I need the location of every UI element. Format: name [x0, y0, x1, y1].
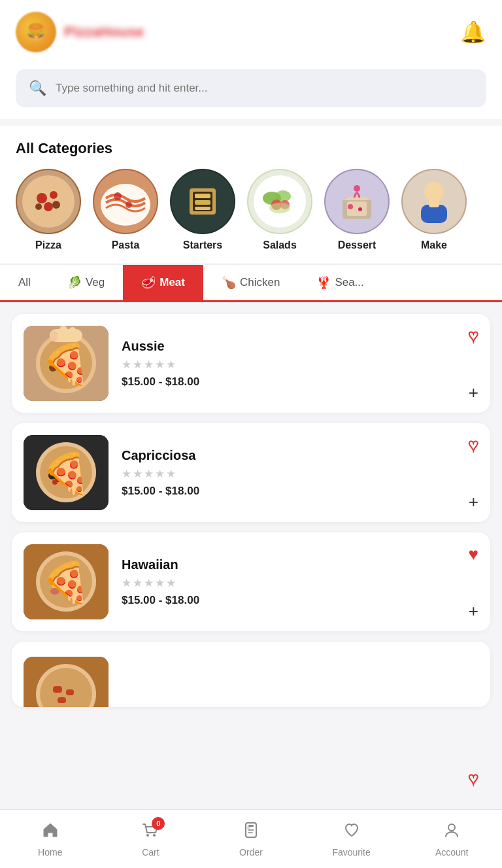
filter-tab-seafood-label: Sea...	[335, 276, 363, 289]
favourite-button-aussie[interactable]: ♥	[469, 326, 478, 346]
product-name-capricciosa: Capricciosa	[122, 448, 478, 463]
product-card-aussie: Aussie ★★★★★ $15.00 - $18.00 ♥ +	[12, 314, 490, 413]
order-icon	[242, 821, 260, 844]
svg-point-54	[69, 466, 80, 476]
svg-rect-32	[421, 205, 447, 223]
chicken-emoji: 🍗	[222, 275, 236, 290]
nav-item-order[interactable]: Order	[201, 810, 301, 868]
svg-point-39	[66, 350, 75, 359]
nav-label-favourite: Favourite	[332, 847, 370, 858]
svg-point-2	[37, 193, 47, 203]
category-label-pasta: Pasta	[112, 239, 140, 251]
svg-point-4	[44, 202, 53, 211]
filter-tab-all[interactable]: All	[0, 265, 49, 300]
category-item-pasta[interactable]: Pasta	[93, 169, 158, 251]
svg-point-66	[59, 582, 69, 592]
nav-label-home: Home	[38, 847, 62, 858]
seafood-emoji: 🦞	[316, 275, 331, 290]
svg-point-55	[55, 473, 64, 482]
svg-point-23	[269, 203, 290, 213]
category-item-pizza[interactable]: Pizza	[16, 169, 81, 251]
filter-tabs: All 🥬 Veg 🥩 Meat 🍗 Chicken 🦞 Sea...	[0, 264, 502, 302]
search-container: 🔍	[16, 69, 486, 107]
nav-item-favourite[interactable]: Favourite	[301, 810, 402, 868]
salads-svg	[247, 169, 312, 234]
category-item-starters[interactable]: Starters	[170, 169, 235, 251]
svg-point-57	[48, 472, 56, 479]
svg-point-79	[146, 834, 149, 837]
logo-area: 🍔 PizzaHouse	[16, 12, 144, 52]
add-button-hawaiian[interactable]: +	[469, 602, 478, 619]
add-button-aussie[interactable]: +	[469, 384, 478, 401]
product-price-aussie: $15.00 - $18.00	[122, 375, 478, 389]
product-price-hawaiian: $15.00 - $18.00	[122, 594, 478, 607]
svg-rect-76	[53, 686, 62, 693]
filter-tab-chicken[interactable]: 🍗 Chicken	[203, 265, 298, 300]
filter-tab-seafood[interactable]: 🦞 Sea...	[298, 265, 382, 300]
svg-rect-46	[59, 326, 67, 339]
categories-title: All Categories	[16, 140, 486, 157]
svg-point-62	[36, 551, 96, 612]
partial-pizza-svg	[24, 657, 109, 708]
svg-point-53	[60, 458, 72, 470]
product-stars-hawaiian: ★★★★★	[122, 576, 478, 590]
category-item-dessert[interactable]: Dessert	[324, 169, 390, 251]
pasta-svg	[93, 169, 158, 234]
svg-point-80	[153, 834, 156, 837]
svg-point-28	[348, 204, 353, 209]
filter-tab-meat[interactable]: 🥩 Meat	[123, 265, 203, 300]
svg-point-40	[60, 363, 71, 373]
product-info-capricciosa: Capricciosa ★★★★★ $15.00 - $18.00	[119, 448, 478, 498]
svg-rect-77	[66, 689, 74, 695]
category-item-make[interactable]: Make	[401, 169, 467, 251]
svg-rect-48	[51, 331, 58, 341]
svg-point-72	[50, 588, 59, 595]
home-icon	[41, 821, 59, 844]
bottom-nav: Home 0 Cart Order	[0, 809, 502, 868]
svg-point-6	[52, 201, 60, 209]
nav-item-account[interactable]: Account	[401, 810, 502, 868]
svg-rect-67	[59, 577, 67, 582]
category-label-make: Make	[421, 239, 447, 251]
favourite-button-hawaiian[interactable]: ♥	[469, 544, 478, 564]
nav-label-cart: Cart	[142, 847, 159, 858]
nav-item-home[interactable]: Home	[0, 810, 101, 868]
add-button-capricciosa[interactable]: +	[469, 493, 478, 510]
svg-point-1	[22, 175, 75, 228]
svg-rect-83	[247, 826, 250, 829]
nav-item-cart[interactable]: 0 Cart	[101, 810, 201, 868]
svg-point-5	[35, 203, 42, 210]
notification-bell-icon[interactable]: 🔔	[460, 20, 486, 44]
filter-tab-veg[interactable]: 🥬 Veg	[49, 265, 123, 300]
pizza-svg	[16, 169, 81, 234]
search-section: 🔍	[0, 61, 502, 119]
product-image-hawaiian	[24, 544, 109, 619]
product-image-capricciosa	[24, 435, 109, 510]
svg-point-63	[40, 555, 92, 608]
make-svg	[401, 169, 467, 234]
svg-point-9	[114, 192, 122, 200]
favourite-button-capricciosa[interactable]: ♥	[469, 435, 478, 455]
cart-badge: 0	[152, 817, 165, 830]
svg-point-37	[40, 337, 92, 389]
svg-point-52	[51, 462, 61, 473]
svg-rect-16	[195, 207, 210, 210]
cart-icon: 0	[141, 821, 159, 844]
nav-label-order: Order	[239, 847, 263, 858]
svg-point-56	[65, 474, 76, 485]
filter-tab-chicken-label: Chicken	[240, 276, 280, 289]
header: 🍔 PizzaHouse 🔔	[0, 0, 502, 61]
search-input[interactable]	[56, 82, 473, 95]
product-card-partial: ♥	[12, 642, 490, 707]
dessert-svg	[324, 169, 390, 234]
svg-point-27	[354, 185, 360, 192]
svg-point-71	[68, 574, 78, 582]
svg-point-50	[36, 442, 96, 502]
category-image-salads	[247, 169, 312, 234]
svg-point-38	[52, 353, 63, 364]
product-info-hawaiian: Hawaiian ★★★★★ $15.00 - $18.00	[119, 557, 478, 607]
svg-point-51	[40, 446, 92, 498]
svg-rect-78	[58, 697, 66, 703]
category-item-salads[interactable]: Salads	[247, 169, 312, 251]
veg-emoji: 🥬	[67, 275, 82, 290]
